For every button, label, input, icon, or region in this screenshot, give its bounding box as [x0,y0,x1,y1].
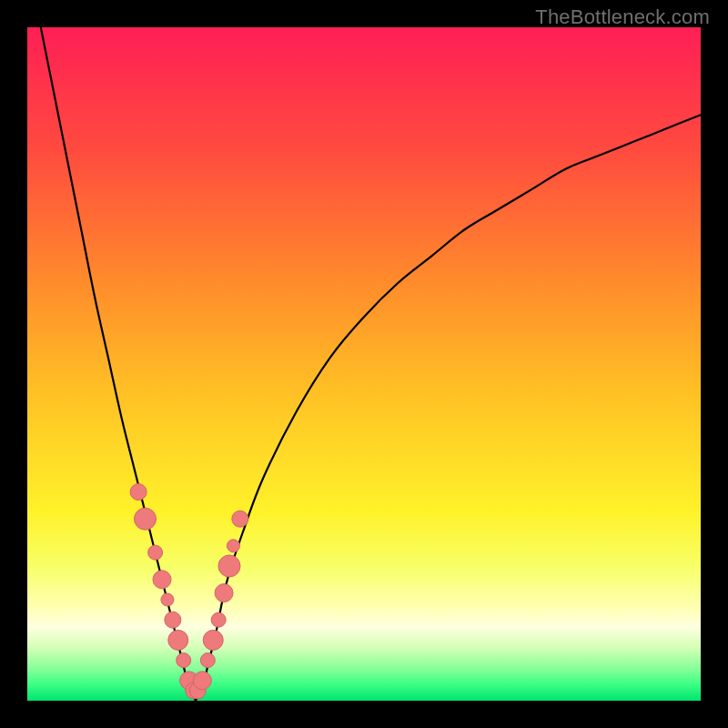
data-marker [148,545,163,560]
data-marker [215,584,233,602]
data-marker [211,612,226,627]
data-marker [177,653,191,668]
data-marker [203,630,223,650]
data-marker [161,593,174,606]
data-marker [200,653,215,668]
data-marker [135,508,157,530]
chart-frame: TheBottleneck.com [0,0,728,728]
watermark: TheBottleneck.com [535,5,710,29]
data-marker [227,540,239,552]
data-marker [193,672,211,690]
data-marker [218,555,240,577]
plot-area [27,27,701,701]
data-marker [153,571,171,589]
data-marker [165,612,181,628]
data-marker [130,484,147,500]
gradient-background [27,27,701,701]
data-marker [232,511,248,527]
data-marker [168,630,188,650]
plot-svg [27,27,701,701]
